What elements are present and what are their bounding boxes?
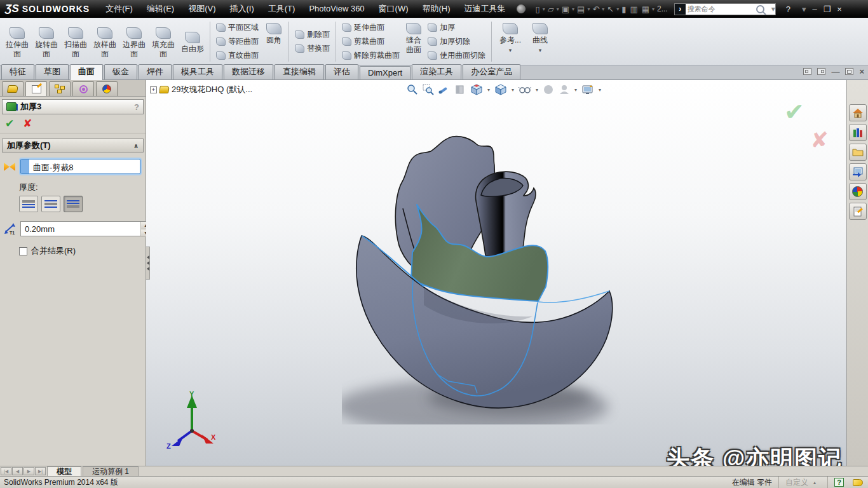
quick-tips-button[interactable]: ? — [834, 478, 844, 487]
tab-configuration-manager[interactable] — [49, 81, 71, 96]
tab-dimxpert-manager[interactable] — [72, 81, 94, 96]
menu-window[interactable]: 窗口(W) — [372, 0, 416, 18]
curves-button[interactable]: 曲线 ▾ — [526, 20, 554, 64]
boundary-surface-button[interactable]: 边界曲面 — [119, 24, 149, 60]
planar-surface-button[interactable]: 平面区域 — [213, 21, 262, 35]
reference-caret-icon[interactable]: ▾ — [509, 46, 512, 55]
toolbar-overflow-label[interactable]: 2... — [657, 4, 668, 13]
tab-weldments[interactable]: 焊件 — [139, 64, 172, 79]
edit-appearance-icon[interactable] — [543, 84, 554, 95]
confirm-ok-icon[interactable]: ✔ — [784, 98, 804, 126]
tab-direct-editing[interactable]: 直接编辑 — [275, 64, 324, 79]
menu-view[interactable]: 视图(V) — [181, 0, 222, 18]
tab-dimxpert[interactable]: DimXpert — [360, 66, 410, 79]
section-view-icon[interactable] — [454, 84, 466, 95]
tab-scroll-last-button[interactable]: ▶| — [35, 467, 46, 475]
pm-cancel-button[interactable]: ✘ — [23, 117, 32, 130]
tab-mold-tools[interactable]: 模具工具 — [173, 64, 222, 79]
doc-minimize-icon[interactable]: — — [831, 68, 839, 75]
selected-surface-item[interactable]: 曲面-剪裁8 — [29, 159, 78, 173]
doc-window-icon[interactable] — [817, 68, 825, 75]
swept-surface-button[interactable]: 扫描曲面 — [61, 24, 90, 60]
search-icon[interactable] — [756, 5, 764, 13]
close-button[interactable]: × — [837, 4, 842, 14]
appearances-scenes-button[interactable] — [849, 183, 867, 200]
pm-ok-button[interactable]: ✔ — [5, 117, 14, 130]
new-document-icon[interactable]: ▯ — [534, 4, 541, 14]
ruled-surface-button[interactable]: 直纹曲面 — [213, 49, 262, 63]
thicken-side2-button[interactable] — [41, 196, 60, 212]
rose-surface-model[interactable] — [342, 119, 621, 424]
home-button[interactable] — [849, 104, 867, 121]
pm-help-icon[interactable]: ? — [134, 102, 139, 112]
save-icon[interactable]: ▣ — [560, 4, 571, 14]
confirm-cancel-icon[interactable]: ✘ — [811, 127, 829, 152]
thicken-both-sides-button[interactable] — [64, 196, 83, 212]
design-library-button[interactable] — [849, 124, 867, 141]
undo-icon[interactable]: ↶ — [591, 4, 600, 14]
tab-data-migration[interactable]: 数据迁移 — [224, 64, 273, 79]
tab-render-tools[interactable]: 渲染工具 — [412, 64, 461, 79]
view-settings-caret-icon[interactable]: ▾ — [599, 87, 601, 93]
motion-study-tab[interactable]: 运动算例 1 — [83, 466, 139, 476]
hide-show-items-icon[interactable] — [519, 85, 531, 95]
freeform-button[interactable]: 自由形 — [178, 29, 207, 55]
view-orientation-icon[interactable] — [470, 84, 483, 95]
previous-view-icon[interactable] — [438, 84, 450, 95]
surface-selection-listbox[interactable]: 曲面-剪裁8 — [20, 159, 140, 174]
tab-scroll-next-button[interactable]: ▶ — [24, 467, 34, 475]
collapse-chevron-icon[interactable]: ∧ — [133, 142, 139, 149]
zoom-to-fit-icon[interactable] — [407, 84, 418, 95]
tab-features[interactable]: 特征 — [1, 64, 34, 79]
tab-scroll-prev-button[interactable]: ◀ — [12, 467, 23, 475]
view-settings-icon[interactable] — [581, 85, 594, 95]
display-style-caret-icon[interactable]: ▾ — [512, 87, 514, 93]
tree-expand-icon[interactable]: + — [150, 86, 157, 93]
curves-caret-icon[interactable]: ▾ — [539, 46, 542, 55]
file-properties-icon[interactable]: ▥ — [628, 4, 639, 14]
cut-with-surface-button[interactable]: 使用曲面切除 — [424, 49, 489, 63]
search-type-icon[interactable]: › — [675, 4, 686, 15]
tab-evaluate[interactable]: 评估 — [325, 64, 358, 79]
graphics-viewport[interactable]: + 29玫瑰花DHQ (默认... — [146, 80, 846, 466]
lofted-surface-button[interactable]: 放样曲面 — [90, 24, 119, 60]
tab-property-manager[interactable] — [25, 81, 47, 96]
menu-help[interactable]: 帮助(H) — [416, 0, 458, 18]
minimize-button[interactable]: – — [812, 4, 817, 14]
tab-office-products[interactable]: 办公室产品 — [463, 64, 520, 79]
menu-insert[interactable]: 插入(I) — [222, 0, 261, 18]
menu-tools[interactable]: 工具(T) — [261, 0, 302, 18]
tab-sheet-metal[interactable]: 钣金 — [104, 64, 137, 79]
options-icon[interactable]: ▦ — [641, 4, 651, 14]
part-name-label[interactable]: 29玫瑰花DHQ (默认... — [172, 84, 252, 95]
rebuild-icon[interactable]: ▮ — [620, 4, 627, 14]
offset-surface-button[interactable]: 等距曲面 — [213, 35, 262, 49]
merge-result-checkbox[interactable] — [19, 247, 27, 255]
thicken-side1-button[interactable] — [19, 196, 38, 212]
tags-icon[interactable] — [853, 479, 863, 486]
thickness-input[interactable] — [21, 222, 140, 236]
view-orientation-caret-icon[interactable]: ▾ — [487, 87, 490, 93]
open-document-icon[interactable]: ▱ — [546, 4, 555, 14]
replace-face-button[interactable]: 替换面 — [292, 42, 333, 56]
panel-splitter-handle[interactable] — [146, 247, 150, 280]
apply-scene-caret-icon[interactable]: ▾ — [574, 87, 577, 93]
menu-pin-icon[interactable] — [517, 4, 526, 13]
extend-surface-button[interactable]: 延伸曲面 — [339, 21, 403, 35]
view-palette-button[interactable] — [849, 163, 867, 180]
delete-face-button[interactable]: 删除面 — [292, 28, 333, 42]
tab-display-manager[interactable] — [96, 81, 118, 96]
hide-show-caret-icon[interactable]: ▾ — [536, 87, 538, 93]
extruded-surface-button[interactable]: 拉伸曲面 — [3, 24, 32, 60]
select-cursor-icon[interactable]: ↖ — [606, 4, 615, 14]
model-tab[interactable]: 模型 — [47, 466, 81, 476]
print-icon[interactable]: ▤ — [576, 4, 586, 14]
thicken-button[interactable]: 加厚 — [424, 21, 489, 35]
reference-geometry-button[interactable]: 参考... ▾ — [494, 20, 526, 64]
file-explorer-button[interactable] — [849, 144, 867, 161]
menu-file[interactable]: 文件(F) — [98, 0, 140, 18]
doc-restore-icon[interactable] — [845, 68, 853, 75]
help-button[interactable]: ? — [786, 4, 790, 14]
tab-feature-tree[interactable] — [2, 81, 24, 96]
custom-properties-button[interactable] — [849, 203, 867, 220]
